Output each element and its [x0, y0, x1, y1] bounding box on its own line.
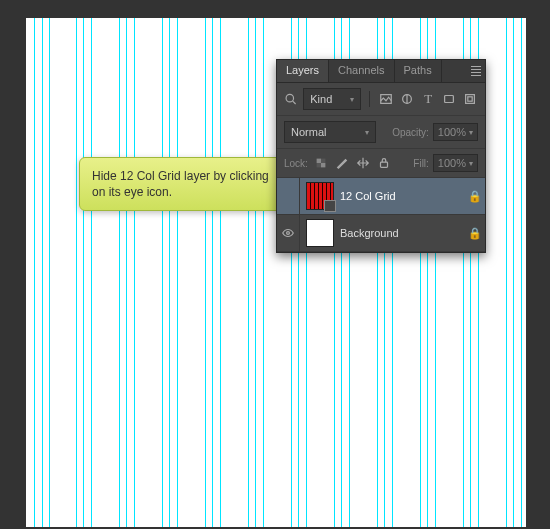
opacity-value: 100%: [438, 126, 466, 138]
help-callout: Hide 12 Col Grid layer by clicking on it…: [79, 157, 295, 211]
column-guide: [513, 18, 514, 527]
column-guide: [91, 18, 92, 527]
column-guide: [76, 18, 77, 527]
smart-object-badge-icon: [324, 200, 336, 212]
lock-position-icon[interactable]: [355, 155, 371, 171]
column-guide: [263, 18, 264, 527]
svg-line-1: [293, 101, 296, 104]
panel-tabs: Layers Channels Paths: [277, 60, 485, 83]
svg-rect-9: [321, 159, 325, 163]
svg-point-12: [287, 232, 290, 235]
column-guide: [506, 18, 507, 527]
svg-rect-10: [317, 163, 321, 167]
filter-adjust-icon[interactable]: [399, 91, 414, 107]
lock-all-icon[interactable]: [376, 155, 392, 171]
lock-row: Lock: Fill: 100% ▾: [277, 149, 485, 178]
layer-thumbnail[interactable]: [306, 219, 334, 247]
fill-value: 100%: [438, 157, 466, 169]
column-guide: [134, 18, 135, 527]
blend-mode-label: Normal: [291, 126, 326, 138]
filter-kind-select[interactable]: Kind ▾: [303, 88, 361, 110]
lock-pixels-icon[interactable]: [334, 155, 350, 171]
svg-rect-7: [317, 159, 321, 163]
layer-name[interactable]: Background: [340, 227, 465, 239]
svg-rect-4: [445, 96, 454, 103]
column-guide: [169, 18, 170, 527]
column-guide: [220, 18, 221, 527]
column-guide: [255, 18, 256, 527]
column-guide: [205, 18, 206, 527]
lock-transparent-icon[interactable]: [313, 155, 329, 171]
layer-filter-row: Kind ▾ T: [277, 83, 485, 116]
column-guide: [119, 18, 120, 527]
filter-pixel-icon[interactable]: [378, 91, 393, 107]
opacity-label: Opacity:: [392, 127, 429, 138]
filter-smart-icon[interactable]: [463, 91, 478, 107]
column-guide: [49, 18, 50, 527]
callout-text: Hide 12 Col Grid layer by clicking on it…: [92, 169, 269, 199]
lock-icon[interactable]: 🔒: [465, 227, 485, 240]
column-guide: [177, 18, 178, 527]
workspace: Hide 12 Col Grid layer by clicking on it…: [2, 2, 548, 527]
layer-row-12-col-grid[interactable]: 12 Col Grid 🔒: [277, 178, 485, 215]
svg-rect-5: [466, 95, 475, 104]
filter-shape-icon[interactable]: [442, 91, 457, 107]
svg-point-0: [286, 94, 293, 101]
chevron-down-icon: ▾: [469, 159, 473, 168]
layers-panel: Layers Channels Paths Kind ▾ T Normal ▾: [276, 59, 486, 253]
tab-paths[interactable]: Paths: [395, 60, 442, 82]
visibility-toggle[interactable]: [277, 215, 300, 251]
column-guide: [212, 18, 213, 527]
panel-menu-icon[interactable]: [467, 60, 485, 82]
column-guide: [34, 18, 35, 527]
filter-type-icon[interactable]: T: [421, 91, 436, 107]
blend-row: Normal ▾ Opacity: 100% ▾: [277, 116, 485, 149]
column-guide: [521, 18, 522, 527]
filter-kind-label: Kind: [310, 93, 332, 105]
column-guide: [248, 18, 249, 527]
column-guide: [83, 18, 84, 527]
column-guide: [162, 18, 163, 527]
fill-label: Fill:: [413, 158, 429, 169]
svg-rect-11: [380, 162, 387, 167]
svg-rect-6: [468, 97, 472, 101]
blend-mode-select[interactable]: Normal ▾: [284, 121, 376, 143]
chevron-down-icon: ▾: [350, 95, 354, 104]
svg-rect-8: [321, 163, 325, 167]
tab-channels[interactable]: Channels: [329, 60, 394, 82]
layer-row-background[interactable]: Background 🔒: [277, 215, 485, 252]
tab-layers[interactable]: Layers: [277, 60, 329, 82]
layer-name[interactable]: 12 Col Grid: [340, 190, 465, 202]
layer-thumbnail[interactable]: [306, 182, 334, 210]
visibility-toggle[interactable]: [277, 178, 300, 214]
lock-icon[interactable]: 🔒: [465, 190, 485, 203]
column-guide: [42, 18, 43, 527]
fill-input[interactable]: 100% ▾: [433, 154, 478, 172]
chevron-down-icon: ▾: [365, 128, 369, 137]
column-guide: [126, 18, 127, 527]
lock-label: Lock:: [284, 158, 308, 169]
search-icon: [284, 92, 297, 106]
chevron-down-icon: ▾: [469, 128, 473, 137]
layers-list: 12 Col Grid 🔒 Background 🔒: [277, 178, 485, 252]
opacity-input[interactable]: 100% ▾: [433, 123, 478, 141]
